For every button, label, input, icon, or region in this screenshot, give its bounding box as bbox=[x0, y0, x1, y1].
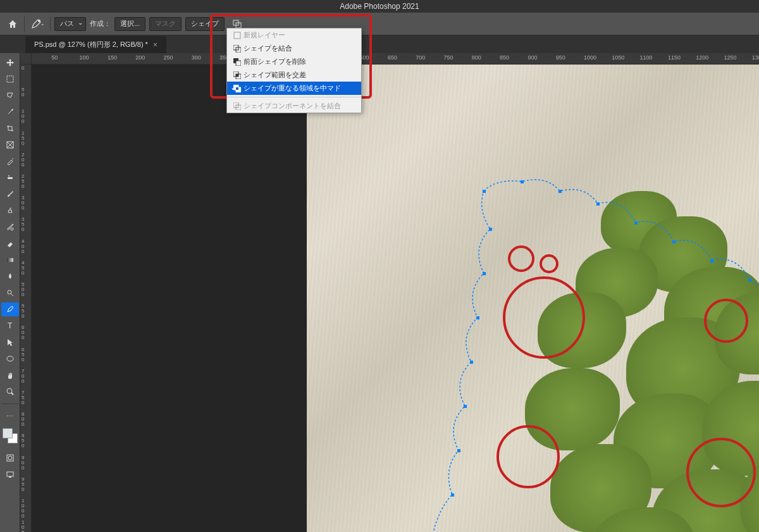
svg-point-21 bbox=[11, 228, 13, 230]
svg-rect-16 bbox=[7, 76, 13, 82]
frame-tool[interactable] bbox=[1, 138, 19, 152]
ruler-mark: 200 bbox=[22, 152, 24, 168]
lasso-tool[interactable] bbox=[1, 89, 19, 102]
home-button[interactable] bbox=[5, 16, 20, 32]
canvas[interactable] bbox=[32, 65, 759, 532]
ruler-mark: 850 bbox=[500, 54, 509, 61]
history-brush-tool[interactable] bbox=[1, 220, 19, 234]
clone-stamp-tool[interactable] bbox=[1, 204, 19, 218]
pen-tool[interactable] bbox=[1, 302, 19, 316]
mask-button[interactable]: マスク bbox=[149, 17, 182, 31]
options-bar: ⌄ パス 作成： 選択... マスク シェイプ bbox=[0, 13, 759, 35]
svg-point-20 bbox=[8, 175, 9, 176]
ruler-mark: 900 bbox=[22, 455, 24, 471]
svg-point-28 bbox=[8, 456, 12, 460]
menu-label: シェイプコンポーネントを結合 bbox=[244, 101, 341, 111]
ruler-mark: 150 bbox=[108, 54, 117, 61]
annotation-circle bbox=[508, 245, 534, 272]
menu-new-layer[interactable]: 新規レイヤー bbox=[227, 28, 361, 42]
ruler-mark: 1050 bbox=[22, 520, 24, 532]
ruler-horizontal[interactable]: 0501001502002503003504004505005506006507… bbox=[32, 53, 759, 65]
rectangle-tool[interactable] bbox=[1, 352, 19, 366]
quick-mask-toggle[interactable] bbox=[1, 451, 19, 465]
ruler-mark: 50 bbox=[22, 87, 24, 97]
ruler-mark: 100 bbox=[80, 54, 89, 61]
divider bbox=[24, 16, 25, 32]
zoom-tool[interactable] bbox=[1, 385, 19, 399]
ruler-vertical[interactable]: 0501001502002503003504004505005506006507… bbox=[20, 65, 32, 532]
svg-rect-3 bbox=[234, 32, 240, 39]
tab-label: PS.psd @ 127% (楕円形 2, RGB/8) * bbox=[34, 40, 148, 49]
title-bar: Adobe Photoshop 2021 bbox=[0, 0, 759, 13]
move-tool[interactable] bbox=[1, 56, 19, 70]
ruler-mark: 0 bbox=[22, 66, 24, 71]
type-tool[interactable]: T bbox=[1, 319, 19, 333]
close-icon[interactable]: × bbox=[153, 40, 157, 49]
pen-tool-indicator[interactable]: ⌄ bbox=[28, 16, 46, 32]
ruler-mark: 250 bbox=[164, 54, 173, 61]
menu-label: 新規レイヤー bbox=[244, 30, 285, 40]
crop-tool[interactable] bbox=[1, 121, 19, 135]
color-swatches[interactable] bbox=[3, 428, 18, 443]
eraser-tool[interactable] bbox=[1, 237, 19, 251]
ruler-mark: 850 bbox=[22, 433, 24, 448]
magic-wand-tool[interactable] bbox=[1, 105, 19, 119]
menu-intersect-shapes[interactable]: シェイプ範囲を交差 bbox=[227, 68, 361, 82]
svg-rect-22 bbox=[7, 258, 13, 262]
gradient-tool[interactable] bbox=[1, 253, 19, 267]
dodge-tool[interactable] bbox=[1, 286, 19, 300]
document-tab[interactable]: PS.psd @ 127% (楕円形 2, RGB/8) * × bbox=[25, 36, 166, 53]
ruler-mark: 650 bbox=[22, 347, 24, 362]
menu-separator bbox=[227, 97, 361, 97]
foreground-color[interactable] bbox=[3, 428, 13, 438]
svg-point-17 bbox=[12, 109, 13, 110]
spot-healing-tool[interactable] bbox=[1, 171, 19, 185]
ruler-mark: 700 bbox=[416, 54, 425, 61]
svg-point-26 bbox=[7, 388, 12, 393]
ruler-mark: 350 bbox=[22, 217, 24, 232]
blur-tool[interactable] bbox=[1, 269, 19, 283]
ruler-mark: 900 bbox=[528, 54, 537, 61]
ruler-origin[interactable] bbox=[20, 53, 32, 65]
ruler-mark: 250 bbox=[22, 174, 24, 189]
svg-rect-19 bbox=[8, 177, 13, 179]
menu-exclude-overlap[interactable]: ✓ シェイプが重なる領域を中マド bbox=[227, 82, 361, 95]
menu-combine-shapes[interactable]: シェイプを結合 bbox=[227, 42, 361, 55]
menu-label: シェイプが重なる領域を中マド bbox=[244, 84, 341, 93]
menu-subtract-front[interactable]: 前面シェイプを削除 bbox=[227, 55, 361, 68]
tool-mode-dropdown[interactable]: パス bbox=[54, 17, 86, 31]
annotation-circle bbox=[540, 254, 558, 273]
ruler-mark: 1300 bbox=[752, 54, 759, 61]
svg-rect-7 bbox=[236, 61, 241, 66]
ruler-mark: 1100 bbox=[640, 54, 653, 61]
ruler-mark: 1000 bbox=[22, 498, 24, 519]
ruler-mark: 1000 bbox=[584, 54, 596, 61]
ruler-mark: 600 bbox=[22, 325, 24, 340]
divider bbox=[50, 16, 51, 32]
annotation-circle bbox=[497, 425, 560, 488]
eyedropper-tool[interactable] bbox=[1, 154, 19, 168]
menu-label: シェイプ範囲を交差 bbox=[244, 70, 306, 80]
rectangular-marquee-tool[interactable] bbox=[1, 72, 19, 86]
ruler-mark: 400 bbox=[22, 239, 24, 254]
ruler-mark: 200 bbox=[135, 54, 145, 61]
ruler-mark: 950 bbox=[22, 477, 24, 492]
make-selection-button[interactable]: 選択... bbox=[114, 17, 145, 31]
hand-tool[interactable] bbox=[1, 368, 19, 382]
ruler-mark: 150 bbox=[22, 131, 24, 146]
annotation-circle bbox=[704, 299, 748, 343]
edit-toolbar[interactable]: ⋯ bbox=[1, 409, 19, 423]
screen-mode-toggle[interactable] bbox=[1, 467, 19, 481]
brush-tool[interactable] bbox=[1, 187, 19, 201]
path-selection-tool[interactable] bbox=[1, 335, 19, 349]
ruler-mark: 700 bbox=[22, 369, 24, 384]
ruler-mark: 450 bbox=[22, 261, 24, 276]
menu-merge-components[interactable]: シェイプコンポーネントを結合 bbox=[227, 99, 361, 113]
ruler-mark: 750 bbox=[22, 390, 24, 405]
ruler-mark: 50 bbox=[51, 54, 58, 61]
ruler-mark: 300 bbox=[192, 54, 201, 61]
ruler-mark: 100 bbox=[22, 109, 24, 124]
divider bbox=[1, 404, 18, 404]
svg-rect-30 bbox=[9, 476, 11, 478]
menu-label: シェイプを結合 bbox=[244, 44, 292, 53]
